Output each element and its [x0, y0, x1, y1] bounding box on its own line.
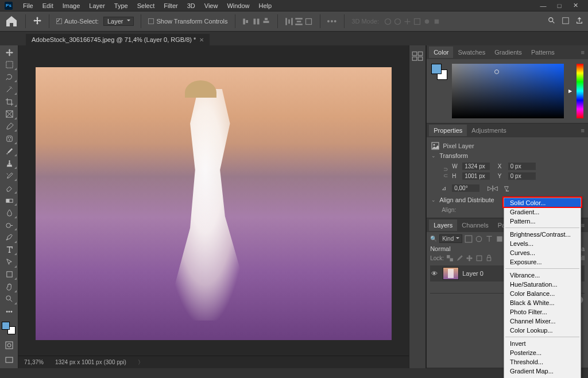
tab-channels[interactable]: Channels	[457, 219, 493, 231]
align-icons[interactable]	[242, 17, 270, 26]
lock-position-icon[interactable]	[466, 254, 473, 262]
more-options-icon[interactable]: •••	[327, 17, 338, 26]
menu-type[interactable]: Type	[110, 2, 133, 9]
lasso-tool[interactable]	[1, 71, 17, 83]
move-tool-icon[interactable]	[33, 16, 42, 26]
menu-3d[interactable]: 3D	[183, 2, 200, 9]
menu-item-vibrance[interactable]: Vibrance...	[504, 271, 581, 280]
menu-view[interactable]: View	[200, 2, 223, 9]
panel-menu-icon[interactable]: ≡	[581, 49, 585, 56]
edit-toolbar-icon[interactable]: •••	[1, 306, 17, 317]
menu-item-threshold[interactable]: Threshold...	[504, 357, 581, 367]
screen-mode-icon[interactable]	[1, 354, 17, 365]
healing-brush-tool[interactable]	[1, 133, 17, 144]
menu-item-black-white[interactable]: Black & White...	[504, 298, 581, 307]
menu-item-invert[interactable]: Invert	[504, 339, 581, 348]
menu-window[interactable]: Window	[222, 2, 254, 9]
quick-mask-icon[interactable]	[1, 340, 17, 351]
menu-filter[interactable]: Filter	[159, 2, 182, 9]
move-tool[interactable]	[1, 47, 17, 58]
visibility-toggle-icon[interactable]: 👁	[431, 270, 439, 277]
dodge-tool[interactable]	[1, 219, 17, 231]
x-field[interactable]: 0 px	[508, 163, 536, 170]
hand-tool[interactable]	[1, 281, 17, 292]
menu-item-gradient-map[interactable]: Gradient Map...	[504, 367, 581, 376]
foreground-color[interactable]	[2, 322, 10, 330]
menu-item-color-balance[interactable]: Color Balance...	[504, 289, 581, 298]
menu-item-posterize[interactable]: Posterize...	[504, 348, 581, 357]
width-field[interactable]: 1324 px	[462, 163, 490, 170]
magic-wand-tool[interactable]	[1, 83, 17, 95]
tab-swatches[interactable]: Swatches	[453, 47, 490, 58]
pen-tool[interactable]	[1, 232, 17, 243]
tab-color[interactable]: Color	[429, 47, 453, 58]
shape-tool[interactable]	[1, 269, 17, 280]
menu-layer[interactable]: Layer	[84, 2, 110, 9]
frame-tool[interactable]	[1, 108, 17, 119]
menu-item-solid-color[interactable]: Solid Color...	[504, 198, 581, 207]
type-tool[interactable]	[1, 244, 17, 256]
menu-item-brightness-contrast[interactable]: Brightness/Contrast...	[504, 230, 581, 239]
filter-adjust-icon[interactable]	[475, 235, 483, 243]
gradient-tool[interactable]	[1, 195, 17, 206]
height-field[interactable]: 1001 px	[462, 172, 490, 180]
history-brush-tool[interactable]	[1, 170, 17, 182]
angle-field[interactable]: 0,00°	[452, 184, 479, 192]
menu-item-color-lookup[interactable]: Color Lookup...	[504, 326, 581, 335]
transform-section-header[interactable]: ⌄Transform	[431, 152, 583, 159]
share-icon[interactable]	[575, 17, 583, 26]
zoom-tool[interactable]	[1, 294, 17, 305]
layer-name[interactable]: Layer 0	[462, 270, 483, 277]
menu-item-gradient[interactable]: Gradient...	[504, 207, 581, 217]
document-canvas[interactable]	[36, 67, 392, 340]
clone-stamp-tool[interactable]	[1, 157, 17, 169]
tab-patterns[interactable]: Patterns	[527, 47, 559, 58]
menu-item-levels[interactable]: Levels...	[504, 239, 581, 248]
search-icon[interactable]	[548, 17, 556, 26]
menu-select[interactable]: Select	[133, 2, 160, 9]
distribute-icons[interactable]	[285, 17, 313, 26]
auto-select-checkbox[interactable]: Auto-Select:	[56, 18, 99, 25]
brush-tool[interactable]	[1, 145, 17, 157]
menu-item-photo-filter[interactable]: Photo Filter...	[504, 307, 581, 317]
window-maximize-icon[interactable]: □	[551, 2, 567, 9]
path-selection-tool[interactable]	[1, 256, 17, 268]
filter-pixel-icon[interactable]	[465, 235, 473, 243]
menu-item-selective-color[interactable]: Selective Color...	[504, 376, 581, 378]
filter-shape-icon[interactable]	[496, 235, 504, 243]
color-swatch-pair[interactable]	[431, 64, 447, 80]
filter-type-icon[interactable]	[485, 235, 493, 243]
menu-edit[interactable]: Edit	[38, 2, 58, 9]
window-minimize-icon[interactable]: —	[535, 2, 551, 9]
auto-select-target-dropdown[interactable]: Layer	[103, 17, 134, 26]
color-field[interactable]	[452, 64, 564, 118]
layer-thumbnail[interactable]	[443, 267, 459, 280]
panel-menu-icon[interactable]: ≡	[581, 222, 585, 229]
tab-adjustments[interactable]: Adjustments	[467, 125, 511, 136]
zoom-level[interactable]: 71,37%	[24, 359, 44, 365]
home-icon[interactable]	[5, 14, 18, 28]
flip-h-icon[interactable]: ▷|◁	[488, 185, 498, 191]
tab-properties[interactable]: Properties	[429, 125, 467, 136]
document-tab[interactable]: AdobeStock_306166745.jpeg @ 71,4% (Layer…	[26, 34, 210, 45]
eraser-tool[interactable]	[1, 182, 17, 194]
tab-gradients[interactable]: Gradients	[490, 47, 527, 58]
hue-slider[interactable]	[577, 64, 583, 118]
menu-item-pattern[interactable]: Pattern...	[504, 217, 581, 226]
show-transform-checkbox[interactable]: Show Transform Controls	[148, 18, 227, 25]
tab-layers[interactable]: Layers	[429, 219, 457, 231]
menu-file[interactable]: File	[18, 2, 38, 9]
close-tab-icon[interactable]: ✕	[199, 37, 204, 43]
link-dimensions-icon[interactable]: ⊃⊂	[442, 165, 450, 179]
eyedropper-tool[interactable]	[1, 121, 17, 132]
lock-all-icon[interactable]	[485, 254, 493, 262]
lock-transparency-icon[interactable]	[446, 254, 454, 262]
menu-help[interactable]: Help	[254, 2, 277, 9]
menu-item-exposure[interactable]: Exposure...	[504, 257, 581, 267]
menu-item-channel-mixer[interactable]: Channel Mixer...	[504, 317, 581, 326]
marquee-tool[interactable]	[1, 59, 17, 70]
lock-pixels-icon[interactable]	[456, 254, 463, 262]
lock-artboard-icon[interactable]	[475, 254, 483, 262]
blur-tool[interactable]	[1, 207, 17, 218]
window-close-icon[interactable]: ✕	[567, 2, 583, 9]
